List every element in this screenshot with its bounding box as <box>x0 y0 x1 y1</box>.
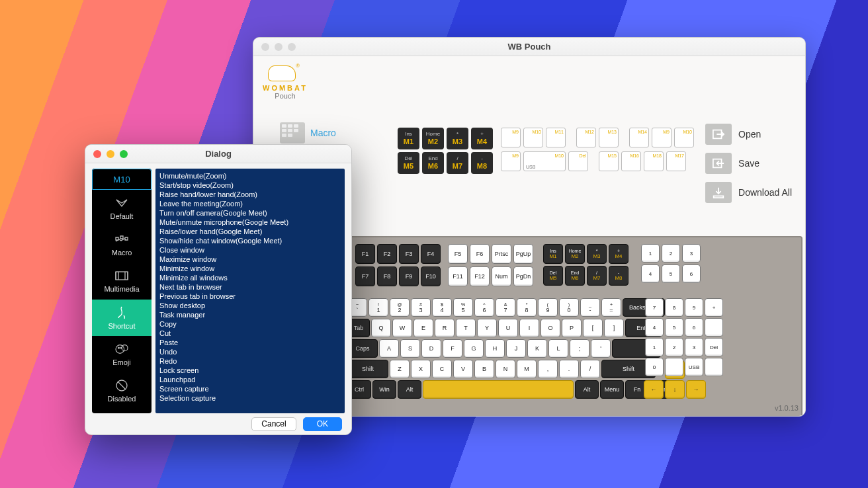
key-7[interactable]: &7 <box>496 298 515 317</box>
key-s[interactable]: S <box>400 339 420 358</box>
list-item[interactable]: Next tab in browser <box>159 282 341 292</box>
minimize-icon[interactable] <box>107 150 114 158</box>
key-1[interactable]: !1 <box>369 298 388 317</box>
macro-key-m4[interactable]: +M4 <box>471 128 493 149</box>
key-t[interactable]: T <box>456 319 476 337</box>
white-key[interactable]: M10USB <box>523 151 566 171</box>
arrow-left-key[interactable]: ← <box>644 380 664 399</box>
key-6[interactable]: 6 <box>682 264 701 283</box>
white-key[interactable]: M11 <box>546 128 566 147</box>
key-m6[interactable]: EndM6 <box>565 266 585 286</box>
numpad-key[interactable] <box>705 358 723 376</box>
cancel-button[interactable]: Cancel <box>251 417 296 431</box>
key-j[interactable]: J <box>506 339 526 358</box>
close-icon[interactable] <box>93 150 101 158</box>
list-item[interactable]: Lock screen <box>159 366 341 375</box>
open-button[interactable]: Open <box>705 124 792 145</box>
numpad-key[interactable]: 4 <box>645 318 664 337</box>
numpad-key[interactable]: USB <box>685 358 703 376</box>
key-x[interactable]: X <box>411 360 431 378</box>
key-f10[interactable]: F10 <box>421 266 441 286</box>
key-m2[interactable]: HomeM2 <box>565 244 585 264</box>
key-2[interactable]: 2 <box>662 244 680 263</box>
key-8[interactable]: *8 <box>517 298 537 317</box>
key-u[interactable]: U <box>498 319 518 337</box>
key-Menu[interactable]: Menu <box>600 380 624 399</box>
numpad-key[interactable]: Del <box>705 338 723 356</box>
key-i[interactable]: I <box>519 319 539 337</box>
key-num[interactable]: Num <box>492 266 511 286</box>
zoom-icon[interactable] <box>120 150 128 158</box>
white-key[interactable]: M18 <box>644 151 664 171</box>
list-item[interactable]: Minimize all windows <box>159 273 341 282</box>
white-key[interactable]: M10 <box>674 128 694 147</box>
key-f2[interactable]: F2 <box>377 244 397 264</box>
key-/[interactable]: / <box>580 360 600 378</box>
list-item[interactable]: Show desktop <box>159 301 341 310</box>
white-key[interactable]: M17 <box>666 151 686 171</box>
sidebar-item-shortcut[interactable]: Shortcut <box>92 300 152 336</box>
key--[interactable]: _- <box>580 298 600 317</box>
list-item[interactable]: Leave the meeting(Zoom) <box>159 199 341 208</box>
numpad-key[interactable]: 1 <box>645 338 664 356</box>
save-button[interactable]: Save <box>705 153 792 174</box>
white-key[interactable]: M9 <box>652 128 672 147</box>
key-,[interactable]: , <box>538 360 558 378</box>
white-key[interactable]: M12 <box>576 128 596 147</box>
macro-key-m2[interactable]: HomeM2 <box>422 128 444 149</box>
key-a[interactable]: A <box>379 339 399 358</box>
key-v[interactable]: V <box>453 360 473 378</box>
key-1[interactable]: 1 <box>641 244 660 263</box>
macro-key-m3[interactable]: *M3 <box>447 128 468 149</box>
key-f3[interactable]: F3 <box>399 244 419 264</box>
key-0[interactable]: )0 <box>559 298 579 317</box>
list-item[interactable]: Maximize window <box>159 255 341 264</box>
key-m3[interactable]: *M3 <box>587 244 607 264</box>
key-b[interactable]: B <box>474 360 494 378</box>
list-item[interactable]: Mute/unmute microphone(Google Meet) <box>159 218 341 227</box>
list-item[interactable]: Task manager <box>159 310 341 319</box>
key-pgdn[interactable]: PgDn <box>513 266 533 286</box>
numpad-key[interactable]: 9 <box>685 298 703 317</box>
white-key[interactable]: M16 <box>621 151 641 171</box>
list-item[interactable]: Redo <box>159 356 341 366</box>
key-w[interactable]: W <box>392 319 412 337</box>
numpad-key[interactable]: 8 <box>665 298 683 317</box>
list-item[interactable]: Turn on/off camera(Google Meet) <box>159 208 341 218</box>
list-item[interactable]: Selection capture <box>159 393 341 403</box>
numpad-key[interactable]: 0 <box>645 358 664 376</box>
key-9[interactable]: (9 <box>538 298 558 317</box>
white-key[interactable]: M9 <box>501 128 521 147</box>
macro-key-m5[interactable]: DelM5 <box>398 152 419 174</box>
key-f12[interactable]: F12 <box>470 266 490 286</box>
key-2[interactable]: @2 <box>390 298 410 317</box>
key-f9[interactable]: F9 <box>399 266 419 286</box>
key-m[interactable]: M <box>517 360 537 378</box>
key-][interactable]: ] <box>604 319 624 337</box>
key-5[interactable]: 5 <box>662 264 680 283</box>
numpad-key[interactable]: 3 <box>685 338 703 356</box>
key-[[interactable]: [ <box>583 319 603 337</box>
arrow-right-key[interactable]: → <box>686 380 706 399</box>
key-f1[interactable]: F1 <box>355 244 375 264</box>
key-;[interactable]: ; <box>570 339 589 358</box>
list-item[interactable]: Close window <box>159 245 341 255</box>
list-item[interactable]: Screen capture <box>159 384 341 393</box>
shift-key[interactable]: Shift <box>347 360 388 378</box>
key-=[interactable]: += <box>601 298 621 317</box>
dialog-titlebar[interactable]: Dialog <box>85 145 351 163</box>
key-.[interactable]: . <box>559 360 579 378</box>
traffic-lights[interactable] <box>261 43 296 51</box>
sidebar-item-multimedia[interactable]: Multimedia <box>92 263 152 300</box>
macro-key-m1[interactable]: InsM1 <box>398 128 419 149</box>
close-icon[interactable] <box>261 43 269 51</box>
numpad-key[interactable] <box>665 358 683 376</box>
key-c[interactable]: C <box>432 360 452 378</box>
ok-button[interactable]: OK <box>303 417 342 431</box>
key-5[interactable]: %5 <box>453 298 473 317</box>
key-k[interactable]: K <box>527 339 547 358</box>
key-m1[interactable]: InsM1 <box>543 244 563 264</box>
list-item[interactable]: Raise hand/lower hand(Zoom) <box>159 190 341 199</box>
key-r[interactable]: R <box>435 319 455 337</box>
key-m7[interactable]: /M7 <box>587 266 607 286</box>
